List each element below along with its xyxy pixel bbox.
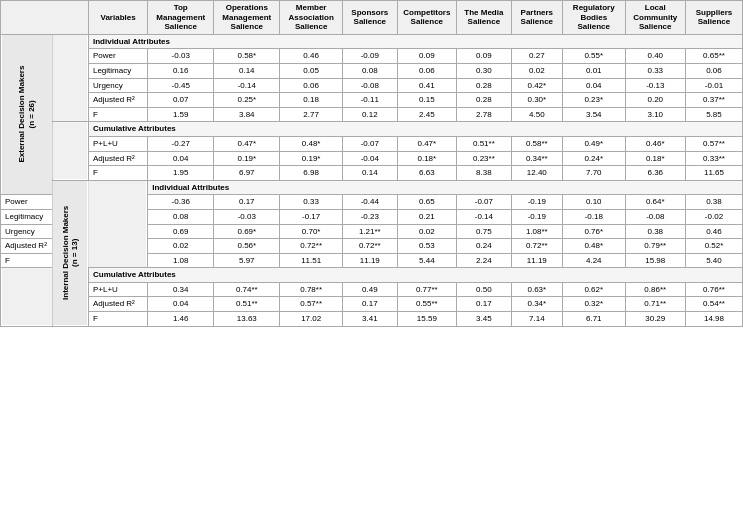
internal-individual-sublabel	[88, 180, 147, 268]
table-row: Legitimacy 0.16 0.14 0.05 0.08 0.06 0.30…	[1, 63, 743, 78]
header-local-community: Local Community Salience	[625, 1, 685, 35]
header-member-assoc: Member Association Salience	[280, 1, 343, 35]
external-individual-sublabel	[52, 34, 88, 122]
external-side-label: External Decision Makers(n = 26)	[1, 34, 53, 195]
header-competitors: Competitors Salience	[397, 1, 456, 35]
table-row: P+L+U 0.34 0.74** 0.78** 0.49 0.77** 0.5…	[1, 282, 743, 297]
table-row: Adjusted R² 0.07 0.25* 0.18 -0.11 0.15 0…	[1, 93, 743, 108]
header-ops-mgmt: Operations Management Salience	[214, 1, 280, 35]
table-row: F 1.46 13.63 17.02 3.41 15.59 3.45 7.14 …	[1, 312, 743, 327]
header-side-empty	[1, 1, 89, 35]
header-media: The Media Salience	[457, 1, 512, 35]
header-suppliers: Suppliers Salience	[685, 1, 742, 35]
internal-cumulative-header: Cumulative Attributes	[88, 268, 742, 283]
external-cumulative-sublabel	[52, 122, 88, 180]
table-row: Power -0.03 0.58* 0.46 -0.09 0.09 0.09 0…	[1, 49, 743, 64]
header-sponsors: Sponsors Salience	[342, 1, 397, 35]
table-row: F 1.59 3.84 2.77 0.12 2.45 2.78 4.50 3.5…	[1, 107, 743, 122]
main-table: Variables Top Management Salience Operat…	[0, 0, 743, 327]
table-row: Adjusted R² 0.04 0.51** 0.57** 0.17 0.55…	[1, 297, 743, 312]
header-regulatory: Regulatory Bodies Salience	[562, 1, 625, 35]
internal-individual-header: Individual Attributes	[148, 180, 743, 195]
external-cumulative-header: Cumulative Attributes	[88, 122, 742, 137]
table-row: P+L+U -0.27 0.47* 0.48* -0.07 0.47* 0.51…	[1, 136, 743, 151]
external-individual-header: Individual Attributes	[88, 34, 742, 49]
internal-side-label: Internal Decision Makers(n = 13)	[52, 180, 88, 326]
header-top-mgmt: Top Management Salience	[148, 1, 214, 35]
table-row: Adjusted R² 0.04 0.19* 0.19* -0.04 0.18*…	[1, 151, 743, 166]
table-row: F 1.95 6.97 6.98 0.14 6.63 8.38 12.40 7.…	[1, 166, 743, 181]
internal-cumulative-sublabel	[1, 268, 53, 326]
table-row: Urgency -0.45 -0.14 0.06 -0.08 0.41 0.28…	[1, 78, 743, 93]
header-variables: Variables	[88, 1, 147, 35]
header-partners: Partners Salience	[511, 1, 562, 35]
